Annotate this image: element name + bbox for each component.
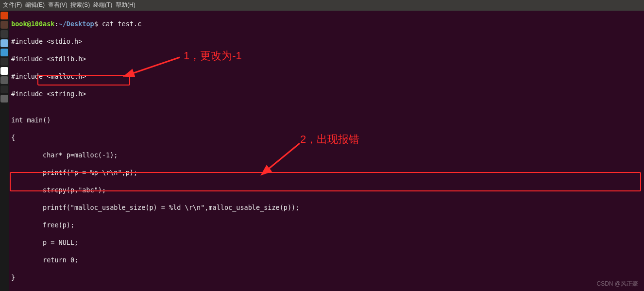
launcher-icon[interactable]	[0, 30, 8, 38]
launcher-icon[interactable]	[0, 49, 8, 56]
prompt-path: /Desktop	[63, 20, 94, 28]
terminal[interactable]: book@100ask:~/Desktop$ cat test.c #inclu…	[9, 11, 644, 291]
launcher-dock[interactable]	[0, 11, 9, 291]
src-line: #include <stdlib.h>	[9, 54, 644, 63]
src-line: #include <malloc.h>	[9, 72, 644, 81]
src-line: free(p);	[9, 221, 644, 229]
watermark: CSDN @风正豪	[596, 280, 638, 288]
src-line: printf("malloc_usable_size(p) = %ld \r\n…	[9, 203, 644, 212]
command: cat test.c	[102, 20, 141, 28]
launcher-icon[interactable]	[0, 12, 8, 19]
src-line: return 0;	[9, 256, 644, 264]
launcher-icon[interactable]	[0, 58, 8, 66]
src-line: {	[9, 133, 644, 142]
src-line: #include <stdio.h>	[9, 37, 644, 46]
src-line: char* p=malloc(-1);	[9, 151, 644, 159]
menubar[interactable]: 文件(F) 编辑(E) 查看(V) 搜索(S) 终端(T) 帮助(H)	[0, 0, 644, 11]
src-line: strcpy(p,"abc");	[9, 186, 644, 194]
src-line: int main()	[9, 116, 644, 124]
src-line: p = NULL;	[9, 238, 644, 247]
src-line: #include <string.h>	[9, 89, 644, 98]
launcher-icon[interactable]	[0, 86, 8, 93]
launcher-icon[interactable]	[0, 67, 8, 75]
src-line: printf("p = %p \r\n",p);	[9, 168, 644, 177]
src-line: }	[9, 273, 644, 282]
launcher-icon[interactable]	[0, 95, 8, 103]
launcher-icon[interactable]	[0, 21, 8, 29]
launcher-icon[interactable]	[0, 39, 8, 47]
prompt-user: book@100ask	[11, 20, 54, 28]
launcher-icon[interactable]	[0, 76, 8, 84]
